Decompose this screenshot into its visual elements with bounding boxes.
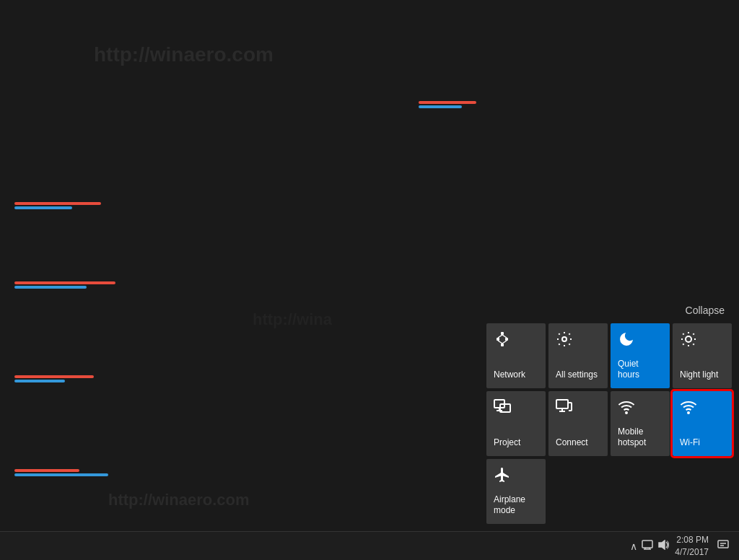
tile-connect-label: Connect — [556, 437, 588, 449]
svg-line-13 — [693, 344, 694, 344]
svg-line-4 — [498, 335, 502, 338]
svg-point-9 — [686, 336, 691, 342]
airplane-mode-icon — [494, 466, 511, 488]
quick-actions-grid: Network All settings Quiet hours — [486, 323, 732, 524]
wifi-icon — [680, 398, 697, 420]
svg-line-6 — [498, 341, 502, 344]
tile-night-light-label: Night light — [680, 369, 718, 381]
svg-marker-31 — [659, 541, 665, 549]
svg-line-12 — [683, 333, 683, 334]
watermark-url-3: http://winaero.com — [108, 491, 250, 509]
tile-all-settings-label: All settings — [556, 369, 598, 381]
project-icon — [494, 398, 511, 419]
svg-line-16 — [683, 344, 683, 344]
svg-point-26 — [688, 412, 689, 414]
tile-project[interactable]: Project — [486, 391, 546, 456]
tile-connect[interactable]: Connect — [548, 391, 608, 456]
tile-wifi[interactable]: Wi-Fi — [673, 391, 732, 456]
tile-mobile-hotspot[interactable]: Mobile hotspot — [611, 391, 670, 456]
svg-rect-3 — [501, 344, 504, 346]
taskbar-date: 4/7/2017 — [675, 546, 709, 559]
svg-line-7 — [502, 341, 507, 344]
svg-point-8 — [562, 337, 567, 341]
svg-point-25 — [626, 412, 627, 414]
svg-rect-0 — [501, 332, 504, 335]
display-icon[interactable] — [642, 540, 653, 552]
svg-rect-1 — [497, 338, 499, 341]
tile-project-label: Project — [494, 437, 520, 449]
tile-quiet-hours-label: Quiet hours — [618, 359, 663, 381]
tile-airplane-mode-label: Airplane mode — [494, 494, 538, 517]
tile-network-label: Network — [494, 369, 525, 381]
taskbar: ∧ 2:08 PM 4/7/2017 — [0, 531, 739, 560]
taskbar-time: 2:08 PM — [675, 534, 709, 546]
tile-mobile-hotspot-label: Mobile hotspot — [618, 426, 663, 449]
tile-airplane-mode[interactable]: Airplane mode — [486, 459, 546, 524]
collapse-button[interactable]: Collapse — [486, 300, 732, 323]
tile-quiet-hours[interactable]: Quiet hours — [611, 323, 670, 388]
night-light-icon — [680, 331, 697, 352]
settings-icon — [556, 331, 573, 352]
network-icon — [494, 331, 511, 352]
action-center-panel: Collapse Network — [479, 293, 739, 531]
tile-network[interactable]: Network — [486, 323, 546, 388]
svg-rect-22 — [556, 400, 568, 408]
volume-icon[interactable] — [657, 540, 669, 552]
svg-line-17 — [693, 333, 694, 334]
connect-icon — [556, 398, 573, 419]
mobile-hotspot-icon — [618, 398, 635, 420]
tile-wifi-label: Wi-Fi — [680, 437, 700, 449]
svg-rect-32 — [718, 541, 728, 548]
svg-line-5 — [502, 335, 507, 338]
quiet-hours-icon — [618, 331, 635, 352]
watermark-url-2: http://wina — [253, 310, 332, 329]
watermark-url: http://winaero.com — [94, 43, 274, 66]
action-center-button[interactable] — [714, 537, 732, 556]
chevron-up-icon[interactable]: ∧ — [630, 541, 637, 552]
tile-all-settings[interactable]: All settings — [548, 323, 608, 388]
tile-night-light[interactable]: Night light — [673, 323, 732, 388]
svg-rect-2 — [505, 338, 508, 341]
svg-rect-27 — [642, 541, 652, 548]
taskbar-system-icons: ∧ — [630, 540, 675, 552]
decorative-bars — [0, 0, 202, 531]
taskbar-clock[interactable]: 2:08 PM 4/7/2017 — [675, 534, 709, 559]
